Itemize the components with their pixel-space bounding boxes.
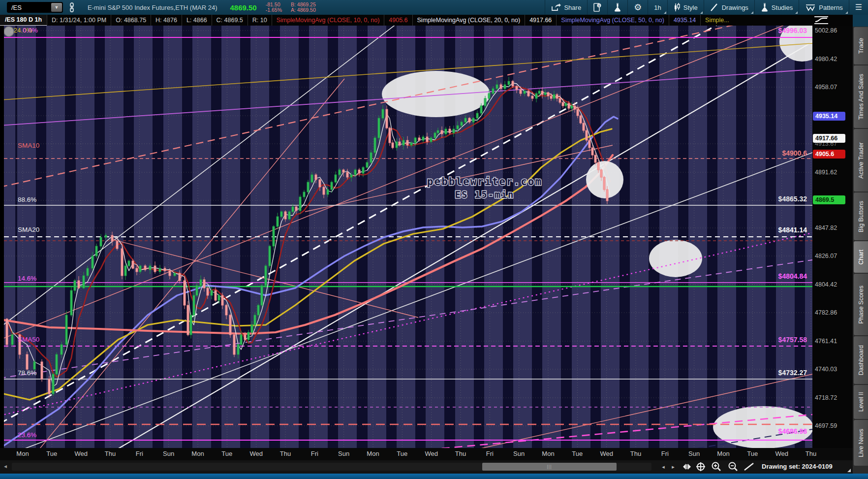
sidebar-tab-live-news[interactable]: Live News [854,420,868,466]
menu-button[interactable]: ☰ [849,0,868,15]
link-icon[interactable] [69,2,75,12]
watermark: pebblewriter.comES 15-min [427,176,542,200]
moving-averages [4,83,618,446]
sidebar-tab-label: Trade [858,38,865,54]
ohlc-segment-0: D: 1/31/24, 1:00 PM [47,15,111,26]
style-button[interactable]: Style [667,0,704,15]
sidebar-tab-level-ii[interactable]: Level II [854,385,868,419]
timeframe-button[interactable]: 1h [648,0,667,15]
level-price-label: $4686.98 [778,427,807,435]
scroll-next-icon[interactable]: ▸ [667,461,679,472]
last-price: 4869.50 [230,3,256,12]
left-chart-label: 0.0% [23,27,38,34]
share-icon [551,3,561,11]
ohlc-segment-5: R: 10 [248,15,272,26]
symbol-dropdown-caret-icon[interactable]: ▼ [51,3,62,12]
time-axis-label: Wed [249,450,263,457]
chart-scrollbar[interactable]: ||| [12,463,651,471]
price-axis-label: 4740.03 [815,366,837,373]
draw-line-icon[interactable] [743,461,755,472]
pan-left-arrow-icon[interactable]: ◂ [4,463,7,470]
pattern-icon [805,3,816,12]
flask-icon [614,3,621,12]
left-chart-label: SMA10 [18,142,39,149]
time-axis-label: Mon [191,450,204,457]
share-button-label: Share [564,4,581,11]
price-axis-label: 4718.72 [815,394,837,401]
ohlc-segment-4: C: 4869.5 [212,15,248,26]
chart-symbol-tab[interactable]: /ES 180 D 1h [0,15,47,26]
settings-button[interactable]: ⚙ [627,0,648,15]
zoom-in-icon[interactable] [711,461,722,472]
ohlc-segment-6: SimpleMovingAvg (CLOSE, 10, 0, no) [272,15,384,26]
left-chart-label: 14.6% [18,275,36,282]
drawing-handle-marker [4,27,14,36]
left-chart-label: SMA50 [18,336,39,343]
report-button[interactable]: i [587,0,607,15]
dropdown-caret-icon [700,11,703,14]
sidebar-tab-label: Level II [858,392,865,412]
drawings-button[interactable]: Drawings [704,0,754,15]
time-axis-label: Fri [136,450,143,457]
sidebar-tab-label: Times And Sales [858,74,865,120]
pan-crosshair-icon[interactable] [695,461,707,472]
chart-plot-area[interactable]: $4996.03$4900.6$4865.32$4841.14$4804.84$… [4,26,812,448]
sidebar-tab-phase-scores[interactable]: Phase Scores [854,274,868,335]
symbol-input[interactable]: /ES ▼ [7,2,63,13]
dropdown-caret-icon [795,11,798,14]
studies-button[interactable]: Studies [754,0,799,15]
time-axis-label: Tue [46,450,57,457]
curve-style-icon[interactable] [813,15,830,25]
drawings-button-label: Drawings [722,4,748,11]
sidebar-tab-big-buttons[interactable]: Big Buttons [854,192,868,240]
time-axis[interactable]: MonTueWedThuFriSunMonTueWedThuFriSunMonT… [0,448,853,460]
ohlc-segment-3: L: 4866 [182,15,212,26]
level-price-label: $4996.03 [778,27,807,34]
time-axis-label: Mon [717,450,729,457]
sidebar-tab-label: Active Trader [858,142,865,179]
level-price-label: $4900.6 [782,149,807,157]
zoom-out-icon[interactable] [727,461,739,472]
sidebar-tab-chart[interactable]: Chart [854,241,868,273]
time-axis-label: Sun [163,450,174,457]
highlight-ellipses [382,26,812,448]
drawing-set-label[interactable]: Drawing set: 2024-0109 [762,463,833,470]
resize-corner-icon[interactable] [847,469,851,472]
sidebar-tab-label: Live News [858,429,865,457]
expand-horizontal-icon[interactable] [681,461,693,472]
level-price-label: $4865.32 [778,195,807,203]
bottom-bar: ◂ ||| ◂ ▸ Drawing set: 2024-0109 [0,460,853,474]
price-axis-label: 4782.86 [815,309,837,316]
flask-icon [761,3,769,12]
sidebar-tab-trade[interactable]: Trade [854,27,868,64]
sidebar-tab-label: Chart [858,250,865,265]
level-price-label: $4757.58 [778,336,807,344]
dropdown-caret-icon [751,11,753,14]
time-axis-label: Thu [806,450,816,457]
price-axis[interactable]: 5002.864980.424958.074913.674891.624847.… [812,26,853,448]
time-axis-label: Tue [747,450,758,457]
style-button-label: Style [683,4,698,11]
sidebar-tab-label: Big Buttons [858,201,865,232]
share-button[interactable]: Share [545,0,587,15]
sidebar-tab-dashboard[interactable]: Dashboard [854,336,868,384]
sidebar-header-box[interactable] [853,15,868,27]
patterns-button-label: Patterns [819,4,842,11]
chart-canvas[interactable]: $4996.03$4900.6$4865.32$4841.14$4804.84$… [4,26,812,448]
left-chart-label: 88.6% [18,196,36,203]
analyze-button[interactable] [607,0,627,15]
scrollbar-thumb[interactable]: ||| [482,463,617,471]
patterns-button[interactable]: Patterns [799,0,848,15]
sidebar-tab-active-trader[interactable]: Active Trader [854,129,868,192]
price-axis-label: 4761.41 [815,338,837,345]
sidebar-tab-times-and-sales[interactable]: Times And Sales [854,65,868,128]
candlesticks [6,77,608,398]
left-chart-label: SMA20 [18,226,39,233]
time-axis-label: Wed [425,450,438,457]
price-badge: 4917.66 [813,134,845,143]
price-axis-label: 4958.07 [815,84,837,91]
ohlc-segment-11: 4935.14 [669,15,700,26]
level-price-label: $4732.27 [778,369,807,377]
ohlc-segment-10: SimpleMovingAvg (CLOSE, 50, 0, no) [556,15,669,26]
price-axis-label: 5002.86 [815,27,837,34]
